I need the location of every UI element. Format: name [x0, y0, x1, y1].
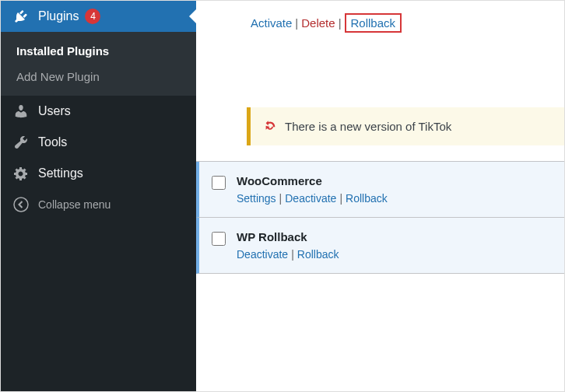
- rollback-link[interactable]: Rollback: [351, 16, 396, 30]
- plugin-actions: Deactivate|Rollback: [237, 248, 339, 261]
- plugin-title: WooCommerce: [237, 174, 388, 187]
- sidebar-item-users[interactable]: Users: [1, 96, 196, 127]
- deactivate-link[interactable]: Deactivate: [285, 192, 336, 205]
- plugin-row-actions: Activate|Delete|Rollback: [196, 1, 564, 45]
- update-badge: 4: [85, 9, 100, 24]
- update-notice: There is a new version of TikTok: [247, 107, 564, 145]
- svg-point-0: [14, 198, 28, 212]
- submenu-add-new-plugin[interactable]: Add New Plugin: [1, 64, 196, 89]
- deactivate-link[interactable]: Deactivate: [237, 248, 288, 261]
- admin-sidebar: Plugins 4 Installed Plugins Add New Plug…: [1, 1, 196, 391]
- submenu-installed-plugins[interactable]: Installed Plugins: [1, 38, 196, 64]
- activate-link[interactable]: Activate: [251, 16, 292, 30]
- sidebar-submenu: Installed Plugins Add New Plugin: [1, 32, 196, 96]
- plugin-list: WooCommerce Settings|Deactivate|Rollback…: [196, 161, 564, 274]
- sidebar-item-plugins[interactable]: Plugins 4: [1, 1, 196, 32]
- main-content: Activate|Delete|Rollback There is a new …: [196, 1, 564, 391]
- sidebar-collapse-label: Collapse menu: [38, 198, 111, 211]
- sidebar-users-label: Users: [38, 104, 71, 118]
- plugin-title: WP Rollback: [237, 230, 339, 243]
- plugin-icon: [12, 9, 30, 24]
- users-icon: [12, 103, 30, 119]
- sidebar-tools-label: Tools: [38, 135, 67, 149]
- plugin-row-wp-rollback: WP Rollback Deactivate|Rollback: [196, 218, 564, 274]
- refresh-icon: [263, 118, 277, 135]
- plugin-actions: Settings|Deactivate|Rollback: [237, 192, 388, 205]
- rollback-link[interactable]: Rollback: [346, 192, 388, 205]
- collapse-icon: [12, 197, 30, 212]
- sidebar-item-settings[interactable]: Settings: [1, 158, 196, 189]
- rollback-link[interactable]: Rollback: [297, 248, 339, 261]
- plugin-checkbox[interactable]: [212, 232, 226, 261]
- sidebar-settings-label: Settings: [38, 166, 83, 180]
- rollback-highlight: Rollback: [345, 13, 402, 33]
- update-notice-text: There is a new version of TikTok: [285, 120, 451, 133]
- settings-icon: [12, 166, 30, 181]
- plugin-checkbox[interactable]: [212, 176, 226, 205]
- settings-link[interactable]: Settings: [237, 192, 276, 205]
- sidebar-collapse-menu[interactable]: Collapse menu: [1, 189, 196, 220]
- sidebar-item-tools[interactable]: Tools: [1, 127, 196, 158]
- plugin-row-woocommerce: WooCommerce Settings|Deactivate|Rollback: [196, 162, 564, 218]
- delete-link[interactable]: Delete: [301, 16, 335, 30]
- tools-icon: [12, 135, 30, 150]
- sidebar-plugins-label: Plugins: [38, 9, 79, 23]
